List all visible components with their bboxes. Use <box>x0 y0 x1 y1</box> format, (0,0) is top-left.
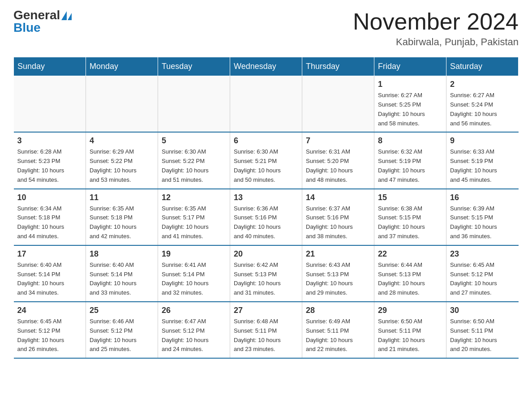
day-info: Sunrise: 6:31 AMSunset: 5:20 PMDaylight:… <box>306 147 370 184</box>
month-title: November 2024 <box>353 9 519 34</box>
day-number: 19 <box>162 249 226 259</box>
day-number: 14 <box>306 193 370 202</box>
column-header-thursday: Thursday <box>302 57 374 76</box>
calendar-cell: 23Sunrise: 6:45 AMSunset: 5:12 PMDayligh… <box>446 245 519 302</box>
day-info: Sunrise: 6:35 AMSunset: 5:17 PMDaylight:… <box>162 204 226 241</box>
day-number: 5 <box>162 136 226 146</box>
day-info: Sunrise: 6:43 AMSunset: 5:13 PMDaylight:… <box>306 261 370 298</box>
day-number: 3 <box>17 136 82 146</box>
day-info: Sunrise: 6:40 AMSunset: 5:14 PMDaylight:… <box>90 261 154 298</box>
calendar-week-row: 3Sunrise: 6:28 AMSunset: 5:23 PMDaylight… <box>14 132 519 188</box>
day-info: Sunrise: 6:32 AMSunset: 5:19 PMDaylight:… <box>378 147 442 184</box>
calendar-cell: 14Sunrise: 6:37 AMSunset: 5:16 PMDayligh… <box>302 189 374 245</box>
calendar-cell: 29Sunrise: 6:50 AMSunset: 5:11 PMDayligh… <box>374 302 446 358</box>
calendar-cell: 22Sunrise: 6:44 AMSunset: 5:13 PMDayligh… <box>374 245 446 302</box>
calendar-cell <box>14 76 86 133</box>
calendar-cell: 6Sunrise: 6:30 AMSunset: 5:21 PMDaylight… <box>230 132 302 188</box>
calendar-cell: 28Sunrise: 6:49 AMSunset: 5:11 PMDayligh… <box>302 302 374 358</box>
day-info: Sunrise: 6:40 AMSunset: 5:14 PMDaylight:… <box>17 261 82 298</box>
calendar-cell: 18Sunrise: 6:40 AMSunset: 5:14 PMDayligh… <box>86 245 158 302</box>
day-info: Sunrise: 6:38 AMSunset: 5:15 PMDaylight:… <box>378 204 442 241</box>
calendar-cell: 27Sunrise: 6:48 AMSunset: 5:11 PMDayligh… <box>230 302 302 358</box>
day-info: Sunrise: 6:27 AMSunset: 5:24 PMDaylight:… <box>450 91 515 128</box>
day-info: Sunrise: 6:47 AMSunset: 5:12 PMDaylight:… <box>162 317 226 354</box>
calendar-cell: 9Sunrise: 6:33 AMSunset: 5:19 PMDaylight… <box>446 132 519 188</box>
day-number: 8 <box>378 136 442 146</box>
location: Kabirwala, Punjab, Pakistan <box>353 36 519 48</box>
logo-general-text: General <box>13 9 72 21</box>
day-info: Sunrise: 6:27 AMSunset: 5:25 PMDaylight:… <box>378 91 442 128</box>
day-info: Sunrise: 6:46 AMSunset: 5:12 PMDaylight:… <box>90 317 154 354</box>
calendar: SundayMondayTuesdayWednesdayThursdayFrid… <box>13 57 519 359</box>
day-number: 2 <box>450 80 515 89</box>
column-header-monday: Monday <box>86 57 158 76</box>
calendar-week-row: 17Sunrise: 6:40 AMSunset: 5:14 PMDayligh… <box>14 245 519 302</box>
column-header-friday: Friday <box>374 57 446 76</box>
calendar-cell: 20Sunrise: 6:42 AMSunset: 5:13 PMDayligh… <box>230 245 302 302</box>
calendar-cell <box>158 76 230 133</box>
day-number: 28 <box>306 306 370 315</box>
calendar-cell: 7Sunrise: 6:31 AMSunset: 5:20 PMDaylight… <box>302 132 374 188</box>
day-info: Sunrise: 6:33 AMSunset: 5:19 PMDaylight:… <box>450 147 515 184</box>
calendar-week-row: 24Sunrise: 6:45 AMSunset: 5:12 PMDayligh… <box>14 302 519 358</box>
calendar-cell: 15Sunrise: 6:38 AMSunset: 5:15 PMDayligh… <box>374 189 446 245</box>
day-number: 25 <box>90 306 154 315</box>
day-info: Sunrise: 6:49 AMSunset: 5:11 PMDaylight:… <box>306 317 370 354</box>
day-info: Sunrise: 6:28 AMSunset: 5:23 PMDaylight:… <box>17 147 82 184</box>
day-number: 12 <box>162 193 226 202</box>
day-number: 6 <box>234 136 298 146</box>
calendar-cell <box>86 76 158 133</box>
day-info: Sunrise: 6:30 AMSunset: 5:22 PMDaylight:… <box>162 147 226 184</box>
calendar-cell <box>230 76 302 133</box>
day-info: Sunrise: 6:45 AMSunset: 5:12 PMDaylight:… <box>450 261 515 298</box>
day-number: 29 <box>378 306 442 315</box>
day-info: Sunrise: 6:35 AMSunset: 5:18 PMDaylight:… <box>90 204 154 241</box>
column-header-tuesday: Tuesday <box>158 57 230 76</box>
day-number: 26 <box>162 306 226 315</box>
page-header: General Blue November 2024 Kabirwala, Pu… <box>13 9 519 48</box>
day-number: 22 <box>378 249 442 259</box>
calendar-cell: 30Sunrise: 6:50 AMSunset: 5:11 PMDayligh… <box>446 302 519 358</box>
day-info: Sunrise: 6:50 AMSunset: 5:11 PMDaylight:… <box>378 317 442 354</box>
day-number: 11 <box>90 193 154 202</box>
calendar-week-row: 1Sunrise: 6:27 AMSunset: 5:25 PMDaylight… <box>14 76 519 133</box>
day-info: Sunrise: 6:41 AMSunset: 5:14 PMDaylight:… <box>162 261 226 298</box>
day-info: Sunrise: 6:44 AMSunset: 5:13 PMDaylight:… <box>378 261 442 298</box>
day-number: 13 <box>234 193 298 202</box>
calendar-cell: 3Sunrise: 6:28 AMSunset: 5:23 PMDaylight… <box>14 132 86 188</box>
title-block: November 2024 Kabirwala, Punjab, Pakista… <box>353 9 519 48</box>
day-number: 15 <box>378 193 442 202</box>
calendar-cell: 8Sunrise: 6:32 AMSunset: 5:19 PMDaylight… <box>374 132 446 188</box>
column-header-sunday: Sunday <box>14 57 86 76</box>
calendar-cell: 25Sunrise: 6:46 AMSunset: 5:12 PMDayligh… <box>86 302 158 358</box>
calendar-cell: 12Sunrise: 6:35 AMSunset: 5:17 PMDayligh… <box>158 189 230 245</box>
day-info: Sunrise: 6:50 AMSunset: 5:11 PMDaylight:… <box>450 317 515 354</box>
calendar-cell: 11Sunrise: 6:35 AMSunset: 5:18 PMDayligh… <box>86 189 158 245</box>
day-number: 30 <box>450 306 515 315</box>
day-number: 18 <box>90 249 154 259</box>
day-number: 17 <box>17 249 82 259</box>
calendar-cell: 19Sunrise: 6:41 AMSunset: 5:14 PMDayligh… <box>158 245 230 302</box>
logo-blue-text: Blue <box>13 21 41 34</box>
calendar-cell: 21Sunrise: 6:43 AMSunset: 5:13 PMDayligh… <box>302 245 374 302</box>
calendar-cell: 1Sunrise: 6:27 AMSunset: 5:25 PMDaylight… <box>374 76 446 133</box>
day-number: 7 <box>306 136 370 146</box>
day-info: Sunrise: 6:48 AMSunset: 5:11 PMDaylight:… <box>234 317 298 354</box>
calendar-cell: 2Sunrise: 6:27 AMSunset: 5:24 PMDaylight… <box>446 76 519 133</box>
calendar-cell: 16Sunrise: 6:39 AMSunset: 5:15 PMDayligh… <box>446 189 519 245</box>
calendar-cell <box>302 76 374 133</box>
calendar-cell: 5Sunrise: 6:30 AMSunset: 5:22 PMDaylight… <box>158 132 230 188</box>
logo: General Blue <box>13 9 72 34</box>
day-number: 24 <box>17 306 82 315</box>
day-info: Sunrise: 6:29 AMSunset: 5:22 PMDaylight:… <box>90 147 154 184</box>
day-number: 23 <box>450 249 515 259</box>
calendar-cell: 17Sunrise: 6:40 AMSunset: 5:14 PMDayligh… <box>14 245 86 302</box>
day-info: Sunrise: 6:30 AMSunset: 5:21 PMDaylight:… <box>234 147 298 184</box>
day-info: Sunrise: 6:39 AMSunset: 5:15 PMDaylight:… <box>450 204 515 241</box>
column-header-wednesday: Wednesday <box>230 57 302 76</box>
column-header-saturday: Saturday <box>446 57 519 76</box>
day-number: 1 <box>378 80 442 89</box>
calendar-cell: 26Sunrise: 6:47 AMSunset: 5:12 PMDayligh… <box>158 302 230 358</box>
calendar-week-row: 10Sunrise: 6:34 AMSunset: 5:18 PMDayligh… <box>14 189 519 245</box>
calendar-cell: 13Sunrise: 6:36 AMSunset: 5:16 PMDayligh… <box>230 189 302 245</box>
